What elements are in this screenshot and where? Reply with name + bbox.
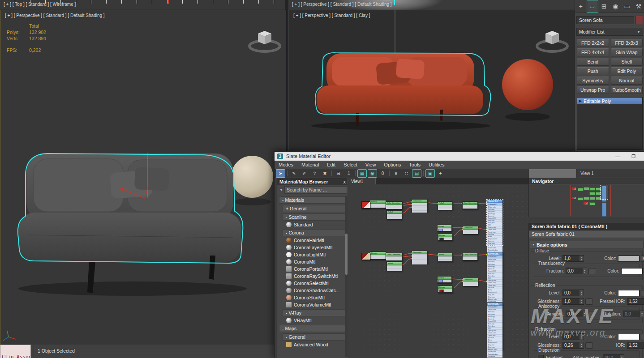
tree-item-standard[interactable]: Standard (283, 221, 346, 228)
node-composite-b[interactable]: Composite (412, 251, 428, 264)
rollout-basic-options[interactable]: ▼ Basic options (530, 241, 644, 248)
refraction-ior-spinner[interactable]: 1,52 ▲▼ (627, 342, 644, 349)
modifier-button-normal[interactable]: Normal (611, 77, 643, 85)
menu-tools[interactable]: Tools (405, 162, 425, 167)
tree-group-scanline[interactable]: - Scanline (283, 213, 346, 221)
modifier-button-ffd-2x2x2[interactable]: FFD 2x2x2 (577, 39, 609, 47)
modifier-button-bend[interactable]: Bend (577, 58, 609, 66)
tree-cat-maps[interactable]: - Maps (279, 325, 346, 332)
select-icon[interactable]: ➤ (276, 169, 285, 178)
node-slot[interactable] (387, 268, 402, 271)
expand-arrow-icon[interactable]: ▶ (577, 99, 584, 103)
viewport-top-right-strip[interactable]: [ + ] [ Perspective ] [ Standard ] [ Def… (288, 0, 575, 10)
node-editor-canvas[interactable]: BitmapColor CorrectionFalloffCompositeFa… (348, 184, 529, 358)
tab-motion[interactable]: ◉ (610, 0, 621, 13)
node-slot[interactable] (463, 256, 477, 260)
modifier-button-unwrap-pro[interactable]: Unwrap Pro (577, 86, 609, 94)
node-material-c[interactable]: Soren Sof...CoronaMtlDiffuse colorRefl. … (487, 302, 503, 349)
viewport-label[interactable]: [ + ] [ Perspective ] [ Standard ] [ Def… (5, 13, 105, 18)
node-colorcorrection-a1[interactable]: Color Correction (386, 201, 403, 209)
node-slot[interactable] (438, 208, 452, 210)
tree-item-coronamtl[interactable]: CoronaMtl (283, 258, 346, 265)
dispersion-enabled-checkbox[interactable] (538, 355, 544, 358)
modifier-list-dropdown[interactable]: Modifier List ▼ (576, 28, 643, 36)
refraction-glossiness-map-slot[interactable] (585, 342, 593, 349)
modifier-button-push[interactable]: Push (577, 67, 609, 75)
node-bitmap-blue-a[interactable]: Bitmap (437, 225, 452, 231)
reflection-color-map-slot[interactable] (641, 290, 644, 296)
put-to-library-icon[interactable]: ⇪ (310, 169, 319, 178)
node-bitmap-a[interactable]: Bitmap (370, 200, 386, 208)
navigator-header[interactable]: Navigator (529, 178, 644, 184)
show-shaded-material-in-viewport-icon[interactable]: ▦ (357, 169, 367, 178)
tree-group-corona[interactable]: - Corona (283, 229, 346, 236)
map-preview-thumbnail[interactable] (361, 253, 370, 260)
menu-modes[interactable]: Modes (275, 162, 297, 167)
node-slot[interactable] (386, 205, 402, 209)
tree-item-coronalayeredmtl[interactable]: CoronaLayeredMtl (283, 244, 346, 251)
refraction-glossiness-spinner[interactable]: 0,26 ▲▼ (562, 342, 584, 349)
material-input-slot[interactable]: Volume mtl (487, 355, 502, 358)
object-color-swatch[interactable] (635, 16, 643, 24)
modifier-button-turbosmooth[interactable]: TurboSmooth (611, 86, 643, 94)
node-material-b[interactable]: Soren Sof...CoronaMtlDiffuse colorRefl. … (487, 252, 503, 299)
tree-item-coronalightmtl[interactable]: CoronaLightMtl (283, 251, 346, 258)
tree-item-vraymtl[interactable]: VRayMtl (283, 317, 346, 324)
select-by-material-icon[interactable]: ✦ (436, 169, 445, 178)
tree-item-coronahairmtl[interactable]: CoronaHairMtl (283, 237, 346, 243)
menu-view[interactable]: View (361, 162, 380, 167)
modifier-button-symmetry[interactable]: Symmetry (577, 77, 609, 85)
menu-options[interactable]: Options (380, 162, 405, 167)
translucency-color-swatch[interactable] (621, 268, 643, 274)
node-falloff-b[interactable]: Falloff (386, 262, 402, 271)
menu-edit[interactable]: Edit (323, 162, 339, 167)
translucency-fraction-spinner[interactable]: 0,0 ▲▼ (566, 268, 587, 274)
navigator-minimap[interactable] (528, 184, 644, 217)
tree-item-coronarayswitchmtl[interactable]: CoronaRaySwitchMtl (283, 273, 346, 279)
search-filter-dropdown-icon[interactable]: ▼ (278, 188, 284, 192)
node-composite-a[interactable]: Composite (412, 199, 428, 212)
zero-propagation-icon[interactable]: 0 (378, 169, 387, 178)
tree-item-coronaskinmtl[interactable]: CoronaSkinMtl (283, 294, 346, 301)
show-realistic-material-in-viewport-icon[interactable]: ◉ (368, 169, 377, 178)
reflection-level-spinner[interactable]: 0,0 ▲▼ (562, 290, 584, 296)
node-slot[interactable] (463, 205, 477, 209)
anisotropy-rotation-spinner[interactable]: 0,0 ▲▼ (623, 311, 644, 317)
node-slot[interactable] (412, 262, 427, 264)
tree-group-general[interactable]: - General (283, 333, 346, 341)
tree-item-coronaportalmtl[interactable]: CoronaPortalMtl (283, 265, 346, 272)
modifier-button-ffd-3x3x3[interactable]: FFD 3x3x3 (611, 39, 643, 47)
tab-hierarchy[interactable]: ⊞ (598, 0, 610, 13)
node-slot[interactable] (463, 232, 478, 234)
viewport-label-clay[interactable]: [ + ] [ Perspective ] [ Standard ] [ Cla… (293, 13, 370, 18)
object-name-field[interactable]: Soren Sofa (576, 16, 634, 24)
node-bitmap-red-b[interactable]: Bitmap (438, 286, 453, 293)
node-colorcorrection-a2[interactable]: Color Correction (462, 201, 478, 209)
tab-create[interactable]: + (575, 0, 587, 13)
refraction-color-map-slot[interactable] (641, 334, 644, 340)
node-falloff-b2[interactable]: Falloff (438, 253, 453, 261)
node-bitmap-b[interactable]: Bitmap (370, 251, 386, 260)
node-colorcorrection-b2[interactable]: Color Correction (462, 253, 478, 260)
node-composite-b2[interactable]: Composite (463, 278, 478, 286)
move-children-icon[interactable]: ⊟ (334, 169, 343, 178)
refraction-color-swatch[interactable] (618, 334, 640, 340)
node-falloff-a[interactable]: Falloff (386, 210, 402, 219)
layout-children-icon[interactable]: ∷ (402, 169, 411, 178)
material-map-browser-toggle-icon[interactable]: ▤ (412, 169, 421, 178)
maxscript-mini-listener[interactable]: Clip Associ (0, 345, 31, 358)
slate-title-bar[interactable]: 3 Slate Material Editor — ❐ (275, 152, 644, 161)
tree-group-general[interactable]: + General (283, 205, 346, 212)
tree-group-vray[interactable]: - V-Ray (283, 309, 346, 316)
node-slot[interactable] (438, 228, 451, 231)
modifier-button-shell[interactable]: Shell (611, 58, 643, 66)
anisotropy-amount-spinner[interactable]: 0,0 ▲▼ (566, 311, 587, 317)
node-bitmap-blue-b[interactable]: Bitmap (437, 276, 452, 283)
tree-item-coronaselectmtl[interactable]: CoronaSelectMtl (283, 280, 346, 286)
material-name-field[interactable]: Soren Sofa fabric 01 (529, 230, 644, 238)
node-composite-a2[interactable]: Composite (463, 226, 478, 234)
node-slot[interactable] (412, 210, 427, 213)
menu-material[interactable]: Material (297, 162, 323, 167)
modifier-button-skin-wrap[interactable]: Skin Wrap (611, 48, 643, 56)
search-input[interactable]: Search by Name ... (284, 186, 347, 194)
